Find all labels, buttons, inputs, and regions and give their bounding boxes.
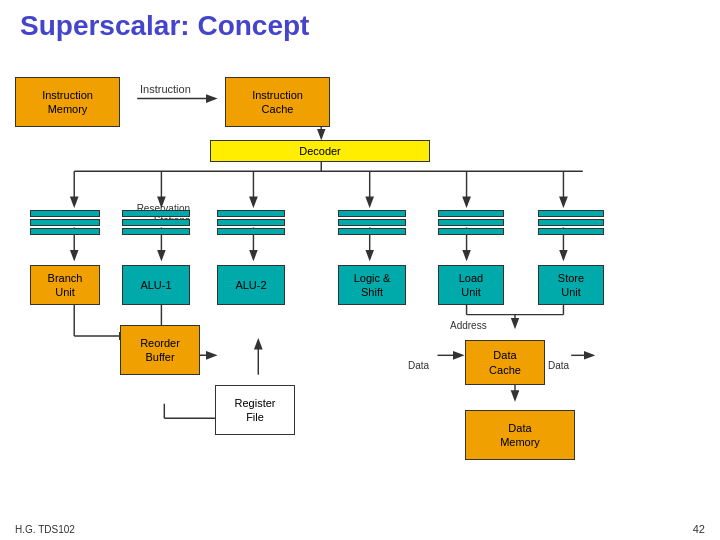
data-right-label: Data (548, 360, 569, 371)
load-unit-box: Load Unit (438, 265, 504, 305)
instruction-memory-box: Instruction Memory (15, 77, 120, 127)
alu1-box: ALU-1 (122, 265, 190, 305)
data-cache-box: Data Cache (465, 340, 545, 385)
data-memory-box: Data Memory (465, 410, 575, 460)
page-number: 42 (693, 523, 705, 535)
reorder-buffer-box: Reorder Buffer (120, 325, 200, 375)
page-title: Superscalar: Concept (0, 0, 720, 50)
address-label: Address (450, 320, 487, 331)
instruction-cache-box: Instruction Cache (225, 77, 330, 127)
branch-unit-box: Branch Unit (30, 265, 100, 305)
alu2-box: ALU-2 (217, 265, 285, 305)
logic-shift-box: Logic & Shift (338, 265, 406, 305)
decoder-box: Decoder (210, 140, 430, 162)
data-left-label: Data (408, 360, 429, 371)
store-unit-box: Store Unit (538, 265, 604, 305)
footnote: H.G. TDS102 (15, 524, 75, 535)
instruction-label: Instruction (140, 83, 191, 95)
register-file-box: Register File (215, 385, 295, 435)
